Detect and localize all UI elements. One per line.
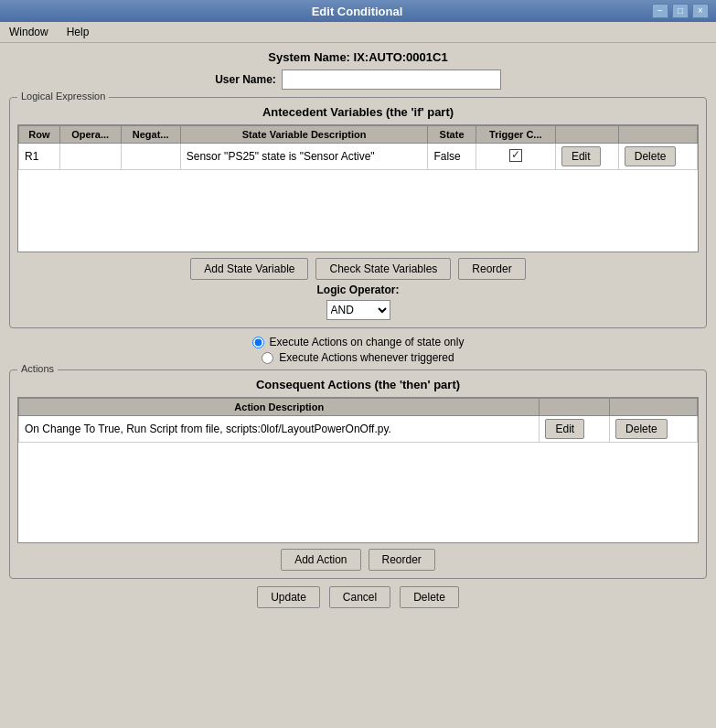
execute-option-1-row: Execute Actions on change of state only (9, 336, 707, 348)
action-row: On Change To True, Run Script from file,… (19, 416, 698, 443)
action-delete-button[interactable]: Delete (615, 419, 668, 439)
antecedent-btn-row: Add State Variable Check State Variables… (17, 258, 699, 280)
action-edit-button[interactable]: Edit (545, 419, 584, 439)
row-delete-cell: Delete (618, 144, 697, 170)
antecedent-table-area: Row Opera... Negat... State Variable Des… (17, 124, 699, 252)
col-state: State (428, 126, 476, 144)
menu-bar: Window Help (0, 22, 716, 43)
row-id: R1 (19, 144, 60, 170)
row-delete-button[interactable]: Delete (625, 146, 677, 166)
action-delete-cell: Delete (610, 416, 698, 443)
logic-operator-label: Logic Operator: (316, 284, 399, 296)
menu-window[interactable]: Window (4, 24, 54, 40)
actions-title: Consequent Actions (the 'then' part) (17, 378, 699, 391)
trigger-checkbox[interactable] (509, 149, 522, 162)
logic-operator-select[interactable]: AND OR (326, 300, 390, 320)
title-bar-controls: − □ × (652, 4, 709, 18)
delete-button[interactable]: Delete (400, 586, 459, 608)
action-col-description: Action Description (19, 399, 540, 416)
update-button[interactable]: Update (257, 586, 320, 608)
actions-section: Actions Consequent Actions (the 'then' p… (9, 369, 707, 579)
logic-operator-row: Logic Operator: AND OR (17, 284, 699, 320)
actions-table: Action Description On Change To True, Ru… (18, 398, 698, 443)
row-operator (59, 144, 121, 170)
action-col-edit (540, 399, 610, 416)
row-state: False (428, 144, 476, 170)
row-edit-cell: Edit (555, 144, 618, 170)
logical-expression-section: Logical Expression Antecedent Variables … (9, 97, 707, 328)
check-state-variables-button[interactable]: Check State Variables (315, 258, 451, 280)
table-row: R1 Sensor "PS25" state is "Sensor Active… (19, 144, 698, 170)
user-name-row: User Name: (9, 70, 707, 90)
execute-option-2-row: Execute Actions whenever triggered (9, 351, 707, 364)
cancel-button[interactable]: Cancel (329, 586, 390, 608)
bottom-btn-row: Update Cancel Delete (9, 586, 707, 608)
action-btn-row: Add Action Reorder (17, 549, 699, 571)
logical-expression-label: Logical Expression (17, 91, 109, 102)
close-button[interactable]: × (692, 4, 709, 18)
actions-table-area: Action Description On Change To True, Ru… (17, 397, 699, 543)
row-trigger (476, 144, 555, 170)
user-name-input[interactable] (282, 70, 501, 90)
col-description: State Variable Description (180, 126, 428, 144)
action-edit-cell: Edit (540, 416, 610, 443)
col-trigger: Trigger C... (476, 126, 555, 144)
maximize-button[interactable]: □ (672, 4, 689, 18)
col-negate: Negat... (121, 126, 180, 144)
col-operator: Opera... (59, 126, 121, 144)
actions-section-label: Actions (17, 363, 58, 374)
row-description: Sensor "PS25" state is "Sensor Active" (180, 144, 428, 170)
title-bar: Edit Conditional − □ × (0, 0, 716, 22)
minimize-button[interactable]: − (652, 4, 668, 18)
row-edit-button[interactable]: Edit (561, 146, 601, 166)
antecedent-table: Row Opera... Negat... State Variable Des… (18, 125, 698, 170)
reorder-antecedent-button[interactable]: Reorder (458, 258, 525, 280)
row-negate (121, 144, 180, 170)
execute-triggered-radio[interactable] (262, 352, 273, 364)
antecedent-title: Antecedent Variables (the 'if' part) (17, 105, 699, 119)
execute-triggered-label: Execute Actions whenever triggered (279, 351, 454, 364)
execute-change-label: Execute Actions on change of state only (270, 336, 465, 348)
col-row: Row (19, 126, 60, 144)
main-content: System Name: IX:AUTO:0001C1 User Name: L… (0, 43, 716, 616)
title-bar-title: Edit Conditional (62, 5, 652, 18)
action-col-delete (610, 399, 698, 416)
reorder-action-button[interactable]: Reorder (369, 549, 435, 571)
col-delete-header (618, 126, 697, 144)
menu-help[interactable]: Help (61, 24, 95, 40)
action-description: On Change To True, Run Script from file,… (19, 416, 540, 443)
execute-change-radio[interactable] (252, 337, 264, 348)
user-name-label: User Name: (215, 73, 276, 86)
system-name: System Name: IX:AUTO:0001C1 (9, 50, 707, 64)
add-state-variable-button[interactable]: Add State Variable (190, 258, 308, 280)
execute-options: Execute Actions on change of state only … (9, 336, 707, 364)
add-action-button[interactable]: Add Action (281, 549, 360, 571)
col-edit-header (555, 126, 618, 144)
